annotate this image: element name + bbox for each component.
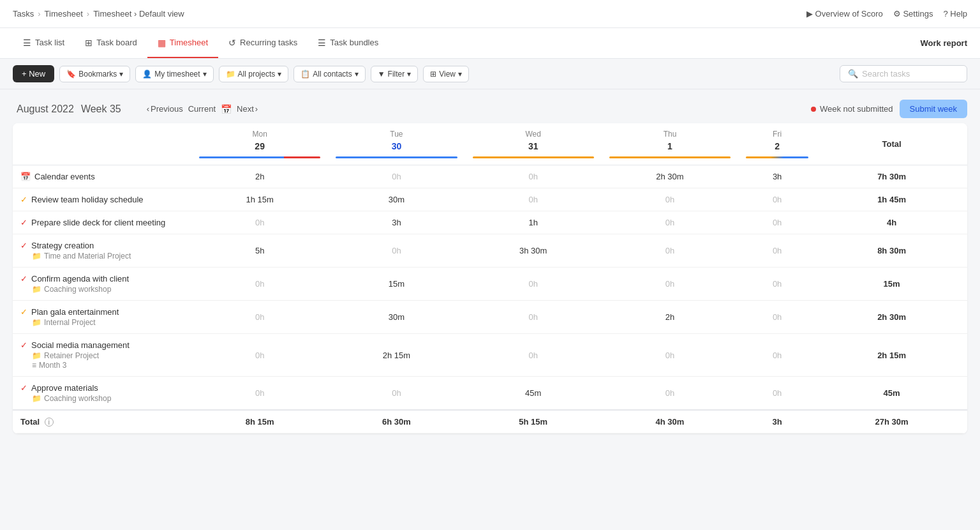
help-link[interactable]: ? Help [943, 9, 967, 19]
strategy-fri[interactable]: 0h [738, 234, 816, 268]
approve-thu[interactable]: 0h [602, 377, 738, 411]
agenda-fri[interactable]: 0h [738, 268, 816, 301]
not-submitted-status: Week not submitted [811, 104, 893, 114]
gala-fri[interactable]: 0h [738, 301, 816, 334]
check-red-icon: ✓ [20, 383, 27, 393]
tab-task-board[interactable]: ⊞ Task board [75, 28, 147, 58]
tab-recurring-label: Recurring tasks [240, 38, 297, 47]
projects-icon: 📁 [226, 70, 235, 79]
info-icon[interactable]: i [45, 418, 54, 427]
view-button[interactable]: ⊞ View ▾ [423, 66, 469, 82]
tab-task-list[interactable]: ☰ Task list [13, 28, 75, 58]
task-slide-cell: ✓ Prepare slide deck for client meeting [13, 211, 191, 234]
next-week-button[interactable]: Next › [237, 104, 258, 114]
approve-mon[interactable]: 0h [191, 377, 328, 411]
strategy-mon[interactable]: 5h [191, 234, 328, 268]
settings-link[interactable]: ⚙ Settings [893, 9, 933, 19]
review-fri[interactable]: 0h [738, 188, 816, 211]
strategy-tue[interactable]: 0h [328, 234, 464, 268]
tab-task-bundles[interactable]: ☰ Task bundles [308, 28, 389, 58]
prev-week-button[interactable]: ‹ Previous [147, 104, 183, 114]
agenda-wed[interactable]: 0h [465, 268, 602, 301]
search-placeholder: Search tasks [862, 69, 910, 79]
my-timesheet-label: My timesheet [154, 70, 200, 79]
social-thu[interactable]: 0h [602, 334, 738, 377]
slide-wed[interactable]: 1h [465, 211, 602, 234]
slide-fri[interactable]: 0h [738, 211, 816, 234]
social-fri[interactable]: 0h [738, 334, 816, 377]
work-report-button[interactable]: Work report [921, 38, 967, 48]
slide-mon[interactable]: 0h [191, 211, 328, 234]
approve-tue[interactable]: 0h [328, 377, 464, 411]
cal-mon[interactable]: 2h [191, 165, 328, 188]
cal-fri[interactable]: 3h [738, 165, 816, 188]
gala-mon[interactable]: 0h [191, 301, 328, 334]
fri-column-header: Fri 2 [738, 123, 816, 165]
social-tue[interactable]: 2h 15m [328, 334, 464, 377]
review-thu[interactable]: 0h [602, 188, 738, 211]
search-box[interactable]: 🔍 Search tasks [840, 65, 967, 82]
cal-wed[interactable]: 0h [465, 165, 602, 188]
all-projects-button[interactable]: 📁 All projects ▾ [219, 66, 289, 82]
layers-icon: ≡ [32, 361, 36, 370]
cal-tue[interactable]: 0h [328, 165, 464, 188]
agenda-total: 15m [816, 268, 967, 301]
calendar-icon-row: 📅 [20, 172, 31, 181]
not-submitted-dot [811, 107, 816, 112]
agenda-mon[interactable]: 0h [191, 268, 328, 301]
bookmarks-button[interactable]: 🔖 Bookmarks ▾ [59, 66, 130, 82]
review-mon[interactable]: 1h 15m [191, 188, 328, 211]
folder-icon: 📁 [32, 285, 41, 294]
slide-total: 4h [816, 211, 967, 234]
tue-bar [336, 156, 457, 158]
social-wed[interactable]: 0h [465, 334, 602, 377]
cal-thu[interactable]: 2h 30m [602, 165, 738, 188]
my-timesheet-chevron: ▾ [203, 70, 207, 79]
total-thu: 4h 30m [602, 410, 738, 434]
cal-total: 7h 30m [816, 165, 967, 188]
strategy-wed[interactable]: 3h 30m [465, 234, 602, 268]
new-button[interactable]: + New [13, 65, 54, 82]
tab-task-list-label: Task list [35, 38, 64, 47]
wed-column-header: Wed 31 [465, 123, 602, 165]
folder-icon: 📁 [32, 394, 41, 403]
overview-link[interactable]: ▶ Overview of Scoro [806, 9, 883, 19]
breadcrumb-tasks[interactable]: Tasks [13, 9, 34, 19]
tab-timesheet[interactable]: ▦ Timesheet [147, 28, 218, 58]
current-week-button[interactable]: Current [188, 104, 216, 114]
filter-button[interactable]: ▼ Filter ▾ [371, 66, 419, 82]
task-agenda-cell: ✓ Confirm agenda with client 📁 Coaching … [13, 268, 191, 301]
calendar-events-cell: 📅 Calendar events [13, 165, 191, 188]
slide-thu[interactable]: 0h [602, 211, 738, 234]
review-wed[interactable]: 0h [465, 188, 602, 211]
agenda-tue[interactable]: 15m [328, 268, 464, 301]
week-right: Week not submitted Submit week [811, 100, 967, 118]
total-mon: 8h 15m [191, 410, 328, 434]
approve-total: 45m [816, 377, 967, 411]
tab-recurring-tasks[interactable]: ↺ Recurring tasks [218, 28, 308, 58]
bookmarks-label: Bookmarks [78, 70, 117, 79]
breadcrumb-timesheet[interactable]: Timesheet [45, 9, 83, 19]
calendar-icon[interactable]: 📅 [221, 104, 232, 114]
briefcase-icon: 📁 [32, 252, 41, 261]
slide-tue[interactable]: 3h [328, 211, 464, 234]
filter-label: Filter [388, 70, 405, 79]
gala-tue[interactable]: 30m [328, 301, 464, 334]
total-fri: 3h [738, 410, 816, 434]
gala-wed[interactable]: 0h [465, 301, 602, 334]
strategy-thu[interactable]: 0h [602, 234, 738, 268]
social-mon[interactable]: 0h [191, 334, 328, 377]
total-grand: 27h 30m [816, 410, 967, 434]
all-contacts-button[interactable]: 📋 All contacts ▾ [293, 66, 365, 82]
gala-thu[interactable]: 2h [602, 301, 738, 334]
my-timesheet-button[interactable]: 👤 My timesheet ▾ [135, 66, 213, 82]
agenda-thu[interactable]: 0h [602, 268, 738, 301]
approve-wed[interactable]: 45m [465, 377, 602, 411]
review-tue[interactable]: 30m [328, 188, 464, 211]
table-row: ✓ Review team holiday schedule 1h 15m 30… [13, 188, 967, 211]
table-row: ✓ Social media management 📁 Retainer Pro… [13, 334, 967, 377]
approve-fri[interactable]: 0h [738, 377, 816, 411]
tab-timesheet-label: Timesheet [170, 38, 208, 47]
submit-week-button[interactable]: Submit week [900, 100, 967, 118]
wed-bar [473, 156, 594, 158]
